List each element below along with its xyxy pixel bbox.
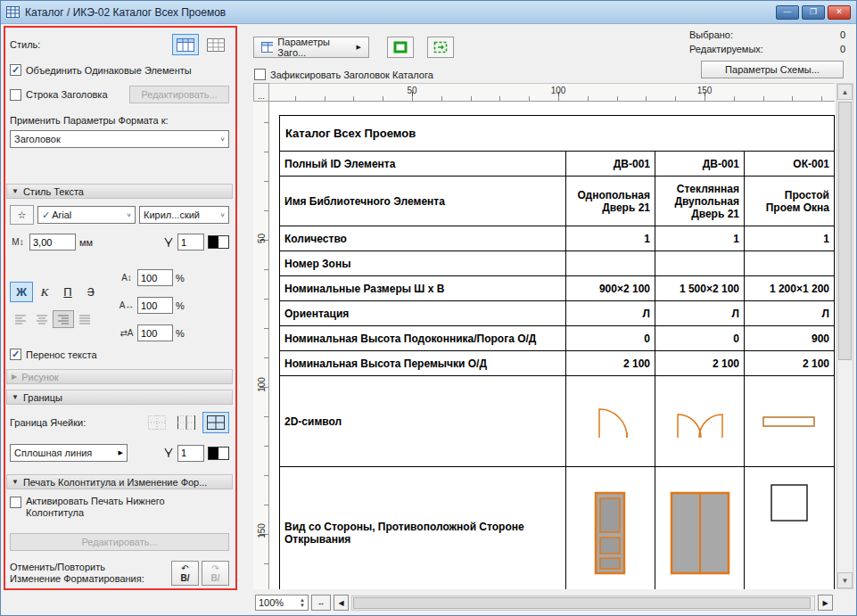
- cell-value[interactable]: ОК-001: [745, 152, 834, 176]
- text-pen-color-chip[interactable]: [208, 235, 229, 249]
- cell-value[interactable]: [655, 251, 745, 275]
- table-row[interactable]: Номинальная Высота Перемычки О/Д 2 100 2…: [280, 351, 834, 376]
- vertical-ruler[interactable]: 50 100 150: [253, 102, 269, 589]
- cell-value[interactable]: ДВ-001: [655, 152, 745, 176]
- cell-value[interactable]: 1 200×1 200: [745, 276, 834, 300]
- cell-value[interactable]: Стеклянная Двупольная Дверь 21: [655, 177, 745, 226]
- vertical-scroll-track[interactable]: [837, 100, 853, 572]
- cell-value[interactable]: [745, 251, 834, 275]
- vertical-scrollbar[interactable]: ▲ ▼: [836, 83, 853, 589]
- cell-value[interactable]: Л: [566, 301, 655, 325]
- ruler-corner-button[interactable]: ...: [253, 83, 269, 102]
- cell-value[interactable]: 1 500×2 100: [655, 276, 745, 300]
- cell-value[interactable]: 900×2 100: [566, 276, 655, 300]
- fix-header-checkbox[interactable]: [254, 69, 266, 80]
- cell-value[interactable]: 1: [745, 226, 834, 251]
- cell-value[interactable]: [566, 251, 655, 275]
- cell-2d-symbol[interactable]: [655, 376, 745, 466]
- close-button[interactable]: ✕: [828, 5, 851, 20]
- table-title-row[interactable]: Каталог Всех Проемов: [280, 116, 834, 152]
- table-row[interactable]: Номер Зоны: [280, 251, 834, 276]
- undo-formatting-button[interactable]: ↶ В/: [171, 561, 199, 586]
- horizontal-scroll-track[interactable]: [351, 595, 815, 611]
- header-row-checkbox[interactable]: [10, 89, 21, 101]
- zoom-control[interactable]: 100% ▲ ▼: [255, 595, 309, 611]
- scroll-down-icon[interactable]: ▼: [837, 572, 853, 588]
- catalog-table[interactable]: Каталог Всех Проемов Полный ID Элемента …: [279, 115, 835, 589]
- cell-value[interactable]: 0: [655, 326, 745, 350]
- table-row[interactable]: Ориентация Л Л Л: [280, 301, 834, 326]
- style-grid-button[interactable]: [202, 34, 229, 55]
- footer-section-header[interactable]: ▼ Печать Колонтитула и Изменение Фор...: [6, 474, 233, 489]
- edit-footer-button[interactable]: Редактировать...: [10, 533, 229, 551]
- cell-value[interactable]: Л: [745, 301, 834, 325]
- apply-format-dropdown[interactable]: Заголовок ˅: [10, 130, 229, 148]
- redo-formatting-button[interactable]: ↷ В/: [202, 561, 229, 586]
- align-left-button[interactable]: [10, 310, 31, 328]
- bold-button[interactable]: Ж: [10, 282, 33, 302]
- fit-in-window-button[interactable]: ↔: [311, 595, 331, 611]
- maximize-button[interactable]: ❐: [802, 5, 825, 20]
- cell-value[interactable]: 2 100: [566, 351, 655, 375]
- merge-identical-checkbox[interactable]: ✓: [10, 64, 21, 76]
- borders-section-header[interactable]: ▼ Границы: [6, 390, 233, 405]
- picture-section-header[interactable]: ▶ Рисунок: [6, 369, 233, 384]
- cell-2d-symbol[interactable]: [745, 376, 834, 466]
- zoom-spin-down-icon[interactable]: ▼: [300, 603, 305, 608]
- char-width-input[interactable]: [137, 297, 173, 314]
- select-all-cells-button[interactable]: [387, 37, 414, 58]
- italic-button[interactable]: К: [33, 282, 56, 302]
- scroll-right-button[interactable]: ▶: [818, 595, 833, 611]
- cell-value[interactable]: 2 100: [745, 351, 834, 375]
- underline-button[interactable]: П: [56, 282, 79, 302]
- cell-elevation-view[interactable]: [655, 467, 745, 589]
- cell-value[interactable]: 1: [566, 226, 655, 251]
- border-vertical-button[interactable]: [173, 412, 200, 433]
- header-params-button[interactable]: Параметры Заго... ▶: [253, 37, 369, 58]
- strikethrough-button[interactable]: З: [79, 282, 103, 302]
- font-size-input[interactable]: [29, 234, 76, 251]
- horizontal-scroll-thumb[interactable]: [353, 597, 811, 609]
- table-row-elevation-view[interactable]: Вид со Стороны, Противоположной Стороне …: [280, 467, 834, 589]
- cell-value[interactable]: 900: [745, 326, 834, 350]
- scheme-params-button[interactable]: Параметры Схемы...: [701, 61, 844, 78]
- cell-value[interactable]: Простой Проем Окна: [745, 177, 834, 226]
- cell-elevation-view[interactable]: [566, 467, 655, 589]
- border-pen-input[interactable]: [177, 445, 204, 462]
- style-columns-button[interactable]: [172, 34, 199, 55]
- cell-value[interactable]: 0: [566, 326, 655, 350]
- cell-value[interactable]: 2 100: [655, 351, 745, 375]
- table-row[interactable]: Имя Библиотечного Элемента Однопольная Д…: [280, 177, 834, 226]
- text-pen-input[interactable]: [177, 234, 204, 251]
- footer-print-checkbox[interactable]: [10, 497, 21, 508]
- line-type-dropdown[interactable]: Сплошная линия ▶: [10, 444, 128, 462]
- favorite-star-button[interactable]: ☆: [10, 205, 34, 225]
- border-all-button[interactable]: [202, 412, 229, 433]
- table-row[interactable]: Номинальная Высота Подоконника/Порога О/…: [280, 326, 834, 351]
- cell-value[interactable]: Л: [655, 301, 745, 325]
- table-row[interactable]: Номинальные Размеры Ш х В 900×2 100 1 50…: [280, 276, 834, 301]
- align-right-button[interactable]: [53, 310, 74, 328]
- horizontal-ruler[interactable]: 50 100 150: [269, 83, 835, 102]
- cell-2d-symbol[interactable]: [566, 376, 655, 466]
- minimize-button[interactable]: —: [776, 5, 799, 20]
- update-selection-button[interactable]: [427, 37, 454, 58]
- align-justify-button[interactable]: [74, 310, 95, 328]
- charset-dropdown[interactable]: Кирил...ский ˅: [139, 206, 229, 224]
- cell-elevation-view[interactable]: [745, 467, 834, 589]
- border-pen-color-chip[interactable]: [208, 447, 229, 460]
- font-dropdown[interactable]: ✓ Arial ˅: [37, 206, 136, 224]
- cell-value[interactable]: 1: [655, 226, 745, 251]
- scroll-up-icon[interactable]: ▲: [837, 84, 853, 100]
- table-row-2d-symbol[interactable]: 2D-символ: [280, 376, 834, 467]
- table-row[interactable]: Полный ID Элемента ДВ-001 ДВ-001 ОК-001: [280, 152, 834, 177]
- scroll-left-button[interactable]: ◀: [334, 595, 349, 611]
- cell-value[interactable]: ДВ-001: [566, 152, 655, 176]
- letter-spacing-input[interactable]: [137, 324, 173, 341]
- edit-header-button[interactable]: Редактировать...: [129, 86, 229, 103]
- table-row[interactable]: Количество 1 1 1: [280, 226, 834, 251]
- wrap-text-checkbox[interactable]: ✓: [10, 349, 21, 360]
- line-spacing-input[interactable]: [137, 269, 173, 286]
- title-bar[interactable]: Каталог / ИКЭ-02 Каталог Всех Проемов — …: [1, 1, 856, 24]
- border-none-button[interactable]: [144, 412, 170, 433]
